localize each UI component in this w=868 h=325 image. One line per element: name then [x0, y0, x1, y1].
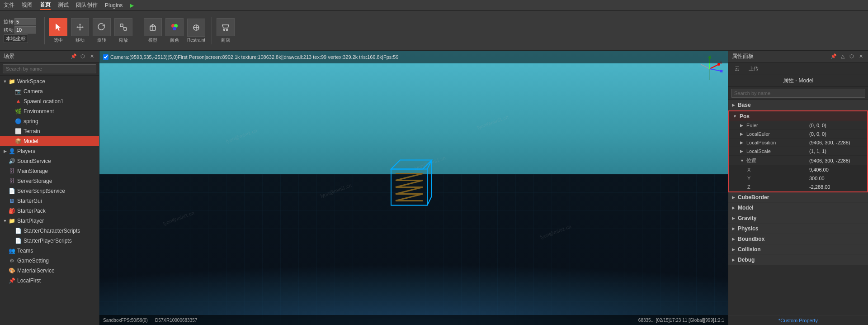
model-button[interactable]	[144, 18, 162, 36]
sidebar-item-teams[interactable]: ▶ 👥 Teams	[0, 246, 99, 256]
sidebar-pin-btn[interactable]: 📌	[70, 53, 77, 60]
sidebar-item-starterpack[interactable]: ▶ 🎒 StarterPack	[0, 206, 99, 216]
menu-item-test[interactable]: 测试	[58, 1, 69, 9]
sidebar-item-camera[interactable]: ▶ 📷 Camera	[0, 86, 99, 96]
toolbar: 旋转 移动 本地坐标 选中 移动	[0, 11, 868, 51]
section-debug-header[interactable]: ▶ Debug	[728, 255, 868, 265]
sidebar-item-environment[interactable]: ▶ 🌿 Environment	[0, 106, 99, 116]
sidebar-item-gamesetting[interactable]: ▶ ⚙ GameSetting	[0, 256, 99, 266]
sidebar-item-terrain[interactable]: ▶ ⬜ Terrain	[0, 126, 99, 136]
coord-label[interactable]: 本地坐标	[4, 34, 28, 43]
svg-line-4	[123, 27, 124, 28]
debug-title: Debug	[738, 257, 755, 263]
sidebar-item-serverscriptservice[interactable]: ▶ 📄 ServerScriptService	[0, 186, 99, 196]
transform-inputs: 旋转 移动 本地坐标	[4, 18, 36, 43]
sidebar-item-spring[interactable]: ▶ 🔵 spring	[0, 116, 99, 126]
move-tool-group: 移动	[71, 18, 89, 43]
custom-property-footer[interactable]: *Custom Property	[728, 315, 868, 325]
section-boundbox-header[interactable]: ▶ Boundbox	[728, 234, 868, 244]
prop-localposition[interactable]: ▶ LocalPosition (9406, 300, -2288)	[729, 139, 867, 147]
sidebar-item-players[interactable]: ▶ 👤 Players	[0, 146, 99, 156]
sidebar-item-materialservice[interactable]: ▶ 🎨 MaterialService	[0, 266, 99, 276]
sidebar-item-startercharacter[interactable]: ▶ 📄 StarterCharacterScripts	[0, 226, 99, 236]
select-button[interactable]	[49, 18, 67, 36]
section-physics-header[interactable]: ▶ Physics	[728, 224, 868, 234]
sidebar-item-startplayer[interactable]: ▼ 📁 StartPlayer	[0, 216, 99, 226]
move-button[interactable]	[71, 18, 89, 36]
prop-localscale[interactable]: ▶ LocalScale (1, 1, 1)	[729, 147, 867, 156]
localscale-value: (1, 1, 1)	[809, 148, 863, 154]
spring-icon: 🔵	[14, 118, 22, 125]
scale-tool-group: 缩放	[114, 18, 132, 43]
section-model-prop-header[interactable]: ▶ Model	[728, 203, 868, 213]
menu-item-home[interactable]: 首页	[40, 1, 51, 10]
sidebar-item-soundservice[interactable]: ▶ 🔊 SoundService	[0, 156, 99, 166]
menu-item-plugins[interactable]: Plugins	[105, 2, 123, 9]
prop-position[interactable]: ▼ 位置 (9406, 300, -2288)	[729, 156, 867, 166]
position-arrow: ▼	[740, 158, 745, 163]
panel-close-btn[interactable]: ✕	[857, 53, 864, 60]
workspace-label: WorkSpace	[17, 78, 45, 85]
svg-point-9	[173, 27, 176, 30]
viewport-toolbar: Camera:(9593,535,-2513)(5,0)First Person…	[99, 51, 728, 63]
section-base-header[interactable]: ▶ Base	[728, 100, 868, 110]
viewport-status-right: 68335... [02/15]17:23 11 [Global][999]1:…	[638, 318, 724, 323]
sidebar-item-startergui[interactable]: ▶ 🖥 StarterGui	[0, 196, 99, 206]
sidebar-item-starterplayerscripts[interactable]: ▶ 📄 StarterPlayerScripts	[0, 236, 99, 246]
viewport[interactable]: Camera:(9593,535,-2513)(5,0)First Person…	[99, 51, 728, 325]
svg-line-22	[396, 181, 423, 187]
y-value: 300.00	[809, 176, 863, 181]
menu-item-play[interactable]: ▶	[130, 2, 134, 9]
panel-popout-btn[interactable]: ⬡	[848, 53, 855, 60]
sidebar-item-workspace[interactable]: ▼ 📁 WorkSpace	[0, 76, 99, 86]
section-collision-header[interactable]: ▶ Collision	[728, 244, 868, 254]
restraint-icon	[192, 23, 201, 32]
sidebar-item-localfirst[interactable]: ▶ 📌 LocalFirst	[0, 276, 99, 286]
panel-search-area	[728, 87, 868, 100]
section-pos-header[interactable]: ▼ Pos	[729, 111, 867, 121]
menu-item-file[interactable]: 文件	[4, 1, 14, 9]
serverstorage-icon: 🗄	[8, 177, 15, 185]
section-gravity-header[interactable]: ▶ Gravity	[728, 213, 868, 223]
svg-line-32	[710, 69, 721, 71]
menu-item-view[interactable]: 视图	[22, 1, 33, 9]
move-input[interactable]	[14, 26, 36, 33]
rotate-button[interactable]	[93, 18, 111, 36]
camera-checkbox[interactable]: Camera:(9593,535,-2513)(5,0)First Person…	[103, 54, 399, 60]
soundservice-label: SoundService	[17, 158, 51, 164]
rotate-input[interactable]	[14, 18, 36, 25]
color-button[interactable]	[165, 18, 184, 36]
scale-button[interactable]	[114, 18, 132, 36]
soundservice-icon: 🔊	[8, 158, 15, 165]
tab-upload[interactable]: 上传	[746, 64, 761, 73]
sidebar-item-model[interactable]: ▶ 📦 Model	[0, 136, 99, 146]
prop-pos-z[interactable]: Z -2,288.00	[729, 183, 867, 191]
sidebar-item-serverstorage[interactable]: ▶ 🗄 ServerStorage	[0, 176, 99, 186]
move-label-btn: 移动	[75, 37, 85, 43]
localposition-name: LocalPosition	[746, 140, 809, 145]
prop-pos-y[interactable]: Y 300.00	[729, 174, 867, 183]
euler-arrow: ▶	[740, 123, 745, 128]
section-cubeborder-header[interactable]: ▶ CubeBorder	[728, 192, 868, 202]
terrain-icon: ⬜	[14, 128, 22, 135]
starterpack-label: StarterPack	[17, 208, 46, 214]
prop-euler[interactable]: ▶ Euler (0, 0, 0)	[729, 121, 867, 130]
camera-visible-checkbox[interactable]	[103, 54, 108, 60]
sidebar-search-input[interactable]	[3, 64, 96, 73]
prop-localeuler[interactable]: ▶ LocalEuler (0, 0, 0)	[729, 130, 867, 139]
tab-cloud[interactable]: 云	[732, 64, 742, 73]
panel-search-input[interactable]	[731, 89, 865, 98]
menu-item-team[interactable]: 团队创作	[76, 1, 98, 9]
main-area: 场景 📌 ⬡ ✕ ▼ 📁 WorkSpace ▶ 📷 Camera	[0, 51, 868, 325]
rotate-label-btn: 旋转	[97, 37, 106, 43]
panel-expand-btn[interactable]: △	[839, 53, 846, 60]
restraint-button[interactable]	[187, 19, 205, 37]
sidebar-close-btn[interactable]: ✕	[88, 53, 95, 60]
sidebar-popout-btn[interactable]: ⬡	[79, 53, 86, 60]
sidebar-item-mainstorage[interactable]: ▶ 🗄 MainStorage	[0, 166, 99, 176]
sidebar-header-icons: 📌 ⬡ ✕	[70, 53, 95, 60]
panel-pin-btn[interactable]: 📌	[830, 53, 837, 60]
shop-button[interactable]	[217, 18, 235, 36]
prop-pos-x[interactable]: X 9,406.00	[729, 166, 867, 174]
sidebar-item-spawn[interactable]: ▶ 🔺 SpawnLocation1	[0, 96, 99, 106]
